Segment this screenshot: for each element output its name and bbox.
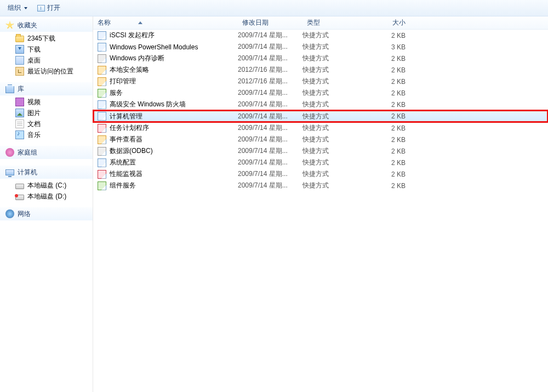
file-name: 组件服务 xyxy=(110,181,136,190)
file-row[interactable]: 任务计划程序2009/7/14 星期...快捷方式2 KB xyxy=(93,122,548,134)
file-icon xyxy=(98,158,106,167)
sidebar-group-network[interactable]: 网络 xyxy=(0,207,93,220)
sidebar-group-libraries[interactable]: 库 xyxy=(0,82,93,95)
file-icon xyxy=(98,54,106,63)
file-name: 高级安全 Windows 防火墙 xyxy=(110,100,186,109)
file-row[interactable]: 服务2009/7/14 星期...快捷方式2 KB xyxy=(93,87,548,99)
file-name: iSCSI 发起程序 xyxy=(110,31,155,40)
file-date: 2009/7/14 星期... xyxy=(238,181,302,190)
file-icon xyxy=(98,43,106,52)
file-type: 快捷方式 xyxy=(302,123,368,133)
file-icon xyxy=(98,135,106,144)
chevron-down-icon xyxy=(24,7,27,9)
file-type: 快捷方式 xyxy=(302,31,368,40)
file-date: 2009/7/14 星期... xyxy=(238,158,302,167)
file-type: 快捷方式 xyxy=(302,100,368,109)
file-size: 2 KB xyxy=(368,101,409,109)
file-size: 2 KB xyxy=(368,159,409,167)
sidebar-group-favorites[interactable]: 收藏夹 xyxy=(0,19,93,32)
file-name: 性能监视器 xyxy=(110,169,142,179)
file-row[interactable]: 计算机管理2009/7/14 星期...快捷方式2 KB xyxy=(93,110,548,122)
recent-icon xyxy=(15,67,24,76)
open-button[interactable]: 打开 xyxy=(34,2,64,14)
file-icon xyxy=(98,89,106,98)
col-name[interactable]: 名称 xyxy=(93,18,238,27)
libraries-items: 视频 图片 文档 音乐 xyxy=(0,95,93,146)
open-label: 打开 xyxy=(47,3,60,13)
file-date: 2009/7/14 星期... xyxy=(238,100,302,109)
file-date: 2009/7/14 星期... xyxy=(238,54,302,63)
file-row[interactable]: 性能监视器2009/7/14 星期...快捷方式2 KB xyxy=(93,168,548,180)
download-icon xyxy=(15,45,24,54)
file-row[interactable]: 事件查看器2009/7/14 星期...快捷方式2 KB xyxy=(93,134,548,145)
file-row[interactable]: Windows 内存诊断2009/7/14 星期...快捷方式2 KB xyxy=(93,53,548,64)
file-name: 任务计划程序 xyxy=(110,123,149,133)
file-name: 本地安全策略 xyxy=(110,65,149,75)
file-date: 2009/7/14 星期... xyxy=(238,123,302,133)
file-size: 2 KB xyxy=(368,78,409,86)
sidebar-item-2345[interactable]: 2345下载 xyxy=(0,33,93,44)
file-date: 2009/7/14 星期... xyxy=(238,135,302,144)
sidebar-item-music[interactable]: 音乐 xyxy=(0,129,93,140)
file-icon xyxy=(98,31,106,40)
file-date: 2009/7/14 星期... xyxy=(238,42,302,52)
col-type[interactable]: 类型 xyxy=(302,18,368,27)
file-name: Windows PowerShell Modules xyxy=(110,43,198,51)
file-type: 快捷方式 xyxy=(302,181,368,190)
col-date[interactable]: 修改日期 xyxy=(238,18,302,27)
file-type: 快捷方式 xyxy=(302,65,368,75)
sidebar-item-video[interactable]: 视频 xyxy=(0,96,93,107)
sidebar-group-homegroup[interactable]: 家庭组 xyxy=(0,146,93,159)
file-icon xyxy=(98,124,106,133)
computer-items: 本地磁盘 (C:) 本地磁盘 (D:) xyxy=(0,179,93,207)
network-label: 网络 xyxy=(18,209,31,219)
file-date: 2012/7/16 星期... xyxy=(238,77,302,86)
file-type: 快捷方式 xyxy=(302,158,368,167)
sidebar-item-documents[interactable]: 文档 xyxy=(0,118,93,129)
sidebar-item-downloads[interactable]: 下载 xyxy=(0,44,93,55)
sidebar-item-desktop[interactable]: 桌面 xyxy=(0,55,93,66)
file-size: 2 KB xyxy=(368,171,409,178)
file-row[interactable]: 本地安全策略2012/7/16 星期...快捷方式2 KB xyxy=(93,64,548,76)
column-headers: 名称 修改日期 类型 大小 xyxy=(93,16,548,30)
organize-label: 组织 xyxy=(8,3,21,13)
file-size: 2 KB xyxy=(368,124,409,132)
star-icon xyxy=(5,21,14,30)
video-icon xyxy=(15,98,24,106)
file-name: 打印管理 xyxy=(110,77,136,86)
file-row[interactable]: Windows PowerShell Modules2009/7/14 星期..… xyxy=(93,41,548,53)
sidebar-group-computer[interactable]: 计算机 xyxy=(0,166,93,179)
homegroup-icon xyxy=(5,148,14,157)
file-size: 2 KB xyxy=(368,112,409,120)
file-rows: iSCSI 发起程序2009/7/14 星期...快捷方式2 KBWindows… xyxy=(93,30,548,191)
music-icon xyxy=(15,130,24,139)
computer-icon xyxy=(5,169,14,175)
file-name: 数据源(ODBC) xyxy=(110,146,153,156)
file-row[interactable]: 数据源(ODBC)2009/7/14 星期...快捷方式2 KB xyxy=(93,145,548,157)
file-row[interactable]: iSCSI 发起程序2009/7/14 星期...快捷方式2 KB xyxy=(93,30,548,41)
file-date: 2009/7/14 星期... xyxy=(238,31,302,40)
file-size: 2 KB xyxy=(368,147,409,155)
sidebar-item-pictures[interactable]: 图片 xyxy=(0,107,93,118)
sidebar-item-disk-d[interactable]: 本地磁盘 (D:) xyxy=(0,191,93,202)
folder-icon xyxy=(15,36,24,42)
homegroup-label: 家庭组 xyxy=(18,148,37,157)
file-type: 快捷方式 xyxy=(302,169,368,179)
col-size[interactable]: 大小 xyxy=(368,18,412,27)
file-row[interactable]: 打印管理2012/7/16 星期...快捷方式2 KB xyxy=(93,76,548,87)
organize-button[interactable]: 组织 xyxy=(4,2,31,14)
main-area: 收藏夹 2345下载 下载 桌面 最近访问的位置 库 视频 图片 文档 音乐 家… xyxy=(0,16,548,392)
sidebar-item-disk-c[interactable]: 本地磁盘 (C:) xyxy=(0,180,93,191)
file-icon xyxy=(98,100,106,109)
file-list-pane: 名称 修改日期 类型 大小 iSCSI 发起程序2009/7/14 星期...快… xyxy=(93,16,548,392)
sort-asc-icon xyxy=(138,21,142,24)
favorites-label: 收藏夹 xyxy=(18,21,37,30)
file-size: 2 KB xyxy=(368,66,409,74)
file-icon xyxy=(98,181,106,190)
network-icon xyxy=(5,209,14,218)
file-date: 2009/7/14 星期... xyxy=(238,112,302,121)
file-row[interactable]: 组件服务2009/7/14 星期...快捷方式2 KB xyxy=(93,180,548,191)
sidebar-item-recent[interactable]: 最近访问的位置 xyxy=(0,66,93,77)
file-row[interactable]: 系统配置2009/7/14 星期...快捷方式2 KB xyxy=(93,157,548,168)
file-row[interactable]: 高级安全 Windows 防火墙2009/7/14 星期...快捷方式2 KB xyxy=(93,99,548,110)
